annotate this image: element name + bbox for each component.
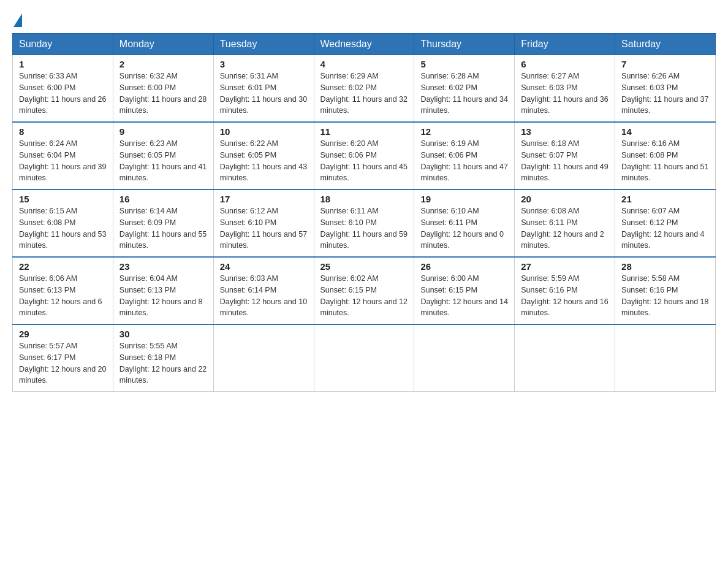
day-info: Sunrise: 5:59 AM Sunset: 6:16 PM Dayligh… (521, 273, 609, 319)
day-info: Sunrise: 6:31 AM Sunset: 6:01 PM Dayligh… (220, 71, 308, 117)
day-info: Sunrise: 6:07 AM Sunset: 6:12 PM Dayligh… (621, 205, 709, 251)
day-info: Sunrise: 6:19 AM Sunset: 6:06 PM Dayligh… (420, 138, 508, 184)
day-info: Sunrise: 5:57 AM Sunset: 6:17 PM Dayligh… (19, 340, 107, 386)
calendar-cell: 30 Sunrise: 5:55 AM Sunset: 6:18 PM Dayl… (113, 324, 213, 392)
day-info: Sunrise: 6:18 AM Sunset: 6:07 PM Dayligh… (521, 138, 609, 184)
calendar-cell: 27 Sunrise: 5:59 AM Sunset: 6:16 PM Dayl… (515, 257, 615, 324)
calendar-cell (314, 324, 414, 392)
calendar-week-row: 15 Sunrise: 6:15 AM Sunset: 6:08 PM Dayl… (13, 190, 716, 257)
calendar-week-row: 29 Sunrise: 5:57 AM Sunset: 6:17 PM Dayl… (13, 324, 716, 392)
day-number: 6 (521, 59, 609, 69)
day-number: 27 (521, 261, 609, 272)
calendar-cell: 1 Sunrise: 6:33 AM Sunset: 6:00 PM Dayli… (13, 55, 113, 123)
day-info: Sunrise: 6:16 AM Sunset: 6:08 PM Dayligh… (621, 138, 709, 184)
day-info: Sunrise: 6:08 AM Sunset: 6:11 PM Dayligh… (521, 205, 609, 251)
calendar-cell: 3 Sunrise: 6:31 AM Sunset: 6:01 PM Dayli… (213, 55, 314, 123)
calendar-cell (515, 324, 615, 392)
day-info: Sunrise: 6:10 AM Sunset: 6:11 PM Dayligh… (420, 205, 508, 251)
day-number: 22 (19, 261, 107, 272)
day-number: 24 (220, 261, 308, 272)
day-number: 25 (320, 261, 408, 272)
day-number: 14 (621, 126, 709, 137)
page-header (12, 12, 716, 27)
day-info: Sunrise: 6:12 AM Sunset: 6:10 PM Dayligh… (220, 205, 308, 251)
calendar-week-row: 22 Sunrise: 6:06 AM Sunset: 6:13 PM Dayl… (13, 257, 716, 324)
calendar-header-row: SundayMondayTuesdayWednesdayThursdayFrid… (13, 34, 716, 55)
day-number: 5 (420, 59, 508, 69)
calendar-cell: 23 Sunrise: 6:04 AM Sunset: 6:13 PM Dayl… (113, 257, 213, 324)
calendar-day-header: Thursday (414, 34, 515, 55)
calendar-cell: 13 Sunrise: 6:18 AM Sunset: 6:07 PM Dayl… (515, 122, 615, 190)
calendar-cell: 19 Sunrise: 6:10 AM Sunset: 6:11 PM Dayl… (414, 190, 515, 257)
day-info: Sunrise: 6:14 AM Sunset: 6:09 PM Dayligh… (119, 205, 207, 251)
day-number: 29 (19, 329, 107, 339)
calendar-cell: 25 Sunrise: 6:02 AM Sunset: 6:15 PM Dayl… (314, 257, 414, 324)
day-number: 30 (119, 329, 207, 339)
day-info: Sunrise: 6:22 AM Sunset: 6:05 PM Dayligh… (220, 138, 308, 184)
day-number: 18 (320, 194, 408, 204)
day-number: 11 (320, 126, 408, 137)
day-number: 15 (19, 194, 107, 204)
day-info: Sunrise: 6:23 AM Sunset: 6:05 PM Dayligh… (119, 138, 207, 184)
calendar-cell: 17 Sunrise: 6:12 AM Sunset: 6:10 PM Dayl… (213, 190, 314, 257)
day-info: Sunrise: 6:32 AM Sunset: 6:00 PM Dayligh… (119, 71, 207, 117)
day-number: 26 (420, 261, 508, 272)
day-info: Sunrise: 6:03 AM Sunset: 6:14 PM Dayligh… (220, 273, 308, 319)
day-info: Sunrise: 6:15 AM Sunset: 6:08 PM Dayligh… (19, 205, 107, 251)
day-number: 2 (119, 59, 207, 69)
day-number: 21 (621, 194, 709, 204)
day-number: 8 (19, 126, 107, 137)
calendar-cell: 6 Sunrise: 6:27 AM Sunset: 6:03 PM Dayli… (515, 55, 615, 123)
logo (12, 12, 22, 27)
calendar-cell: 15 Sunrise: 6:15 AM Sunset: 6:08 PM Dayl… (13, 190, 113, 257)
day-info: Sunrise: 6:29 AM Sunset: 6:02 PM Dayligh… (320, 71, 408, 117)
calendar-cell (414, 324, 515, 392)
calendar-day-header: Tuesday (213, 34, 314, 55)
calendar-week-row: 8 Sunrise: 6:24 AM Sunset: 6:04 PM Dayli… (13, 122, 716, 190)
calendar-cell: 14 Sunrise: 6:16 AM Sunset: 6:08 PM Dayl… (615, 122, 716, 190)
day-info: Sunrise: 5:58 AM Sunset: 6:16 PM Dayligh… (621, 273, 709, 319)
calendar-cell: 22 Sunrise: 6:06 AM Sunset: 6:13 PM Dayl… (13, 257, 113, 324)
day-number: 28 (621, 261, 709, 272)
calendar-cell: 26 Sunrise: 6:00 AM Sunset: 6:15 PM Dayl… (414, 257, 515, 324)
calendar-cell: 5 Sunrise: 6:28 AM Sunset: 6:02 PM Dayli… (414, 55, 515, 123)
calendar-cell: 16 Sunrise: 6:14 AM Sunset: 6:09 PM Dayl… (113, 190, 213, 257)
calendar-table: SundayMondayTuesdayWednesdayThursdayFrid… (12, 33, 716, 392)
calendar-cell: 7 Sunrise: 6:26 AM Sunset: 6:03 PM Dayli… (615, 55, 716, 123)
day-info: Sunrise: 6:02 AM Sunset: 6:15 PM Dayligh… (320, 273, 408, 319)
calendar-week-row: 1 Sunrise: 6:33 AM Sunset: 6:00 PM Dayli… (13, 55, 716, 123)
day-info: Sunrise: 6:06 AM Sunset: 6:13 PM Dayligh… (19, 273, 107, 319)
day-number: 16 (119, 194, 207, 204)
day-number: 7 (621, 59, 709, 69)
calendar-day-header: Sunday (13, 34, 113, 55)
day-info: Sunrise: 6:11 AM Sunset: 6:10 PM Dayligh… (320, 205, 408, 251)
calendar-cell: 29 Sunrise: 5:57 AM Sunset: 6:17 PM Dayl… (13, 324, 113, 392)
day-number: 20 (521, 194, 609, 204)
day-info: Sunrise: 5:55 AM Sunset: 6:18 PM Dayligh… (119, 340, 207, 386)
calendar-cell: 18 Sunrise: 6:11 AM Sunset: 6:10 PM Dayl… (314, 190, 414, 257)
day-number: 9 (119, 126, 207, 137)
calendar-cell: 8 Sunrise: 6:24 AM Sunset: 6:04 PM Dayli… (13, 122, 113, 190)
day-number: 17 (220, 194, 308, 204)
calendar-cell (213, 324, 314, 392)
day-number: 3 (220, 59, 308, 69)
day-number: 19 (420, 194, 508, 204)
day-number: 23 (119, 261, 207, 272)
calendar-day-header: Monday (113, 34, 213, 55)
day-info: Sunrise: 6:33 AM Sunset: 6:00 PM Dayligh… (19, 71, 107, 117)
calendar-cell: 28 Sunrise: 5:58 AM Sunset: 6:16 PM Dayl… (615, 257, 716, 324)
calendar-day-header: Wednesday (314, 34, 414, 55)
calendar-cell: 11 Sunrise: 6:20 AM Sunset: 6:06 PM Dayl… (314, 122, 414, 190)
calendar-cell: 2 Sunrise: 6:32 AM Sunset: 6:00 PM Dayli… (113, 55, 213, 123)
day-info: Sunrise: 6:24 AM Sunset: 6:04 PM Dayligh… (19, 138, 107, 184)
logo-triangle-icon (13, 13, 22, 27)
calendar-cell: 21 Sunrise: 6:07 AM Sunset: 6:12 PM Dayl… (615, 190, 716, 257)
calendar-cell: 4 Sunrise: 6:29 AM Sunset: 6:02 PM Dayli… (314, 55, 414, 123)
calendar-cell: 20 Sunrise: 6:08 AM Sunset: 6:11 PM Dayl… (515, 190, 615, 257)
day-info: Sunrise: 6:04 AM Sunset: 6:13 PM Dayligh… (119, 273, 207, 319)
calendar-day-header: Friday (515, 34, 615, 55)
calendar-cell: 10 Sunrise: 6:22 AM Sunset: 6:05 PM Dayl… (213, 122, 314, 190)
day-number: 1 (19, 59, 107, 69)
day-info: Sunrise: 6:26 AM Sunset: 6:03 PM Dayligh… (621, 71, 709, 117)
calendar-cell: 9 Sunrise: 6:23 AM Sunset: 6:05 PM Dayli… (113, 122, 213, 190)
